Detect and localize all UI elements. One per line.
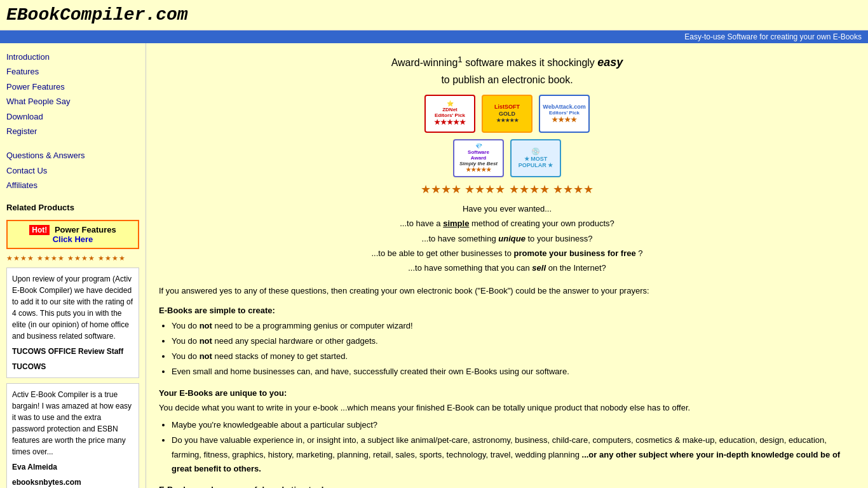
reviewer1-org: TUCOWS	[12, 361, 133, 372]
sidebar-item-contact[interactable]: Contact Us	[6, 163, 139, 178]
q4-rest: on the Internet?	[548, 263, 606, 273]
hot-click-here-link[interactable]: Click Here	[53, 234, 93, 244]
simple-bullet-2: You do not need any special hardware or …	[172, 334, 855, 348]
review-box-1: Upon review of your program (Activ E-Boo…	[6, 268, 139, 378]
unique-bullet-2: Do you have valuable experience in, or i…	[172, 433, 855, 475]
review-box-2: Activ E-Book Compiler is a true bargain!…	[6, 383, 139, 488]
sidebar-item-questions[interactable]: Questions & Answers	[6, 148, 139, 163]
q4-prefix: ...to have something that you can	[408, 263, 532, 273]
review2-body: Activ E-Book Compiler is a true bargain!…	[12, 390, 132, 456]
main-headline: Award-winning1 software makes it shockin…	[159, 53, 855, 88]
unique-bullets-list: Maybe you're knowledgeable about a parti…	[172, 418, 855, 475]
sidebar-item-download[interactable]: Download	[6, 109, 139, 124]
simple-bullets-list: You do not need to be a programming geni…	[172, 319, 855, 379]
stars-text2: ★★★★	[37, 254, 65, 262]
award-webattack: WebAttack.com Editors' Pick ★★★★	[539, 95, 590, 133]
sidebar-item-features[interactable]: Features	[6, 64, 139, 79]
award-popular: 💿 ★ MOST POPULAR ★	[510, 139, 561, 177]
stars-text: ★★★★	[6, 254, 34, 262]
sidebar-item-what-people-say[interactable]: What People Say	[6, 94, 139, 109]
headline1: Award-winning	[391, 57, 458, 68]
sidebar-item-power-features[interactable]: Power Features	[6, 79, 139, 94]
main-stars-row: ★★★★ ★★★★ ★★★★ ★★★★	[159, 182, 855, 196]
related-products-label: Related Products	[6, 203, 74, 212]
not1: not	[200, 321, 212, 330]
simple-bullet-4: Even small and home businesses can, and …	[172, 365, 855, 379]
have-you-label: Have you ever wanted...	[463, 204, 552, 214]
sidebar-item-affiliates[interactable]: Affiliates	[6, 178, 139, 193]
top-bar-text: Easy-to-use Software for creating your o…	[684, 32, 862, 41]
stars-text3: ★★★★	[67, 254, 95, 262]
q2-unique: unique	[498, 234, 526, 243]
unique-bold: ...or any other subject where your in-de…	[172, 450, 840, 473]
q1-simple: simple	[443, 219, 469, 228]
sidebar-stars: ★★★★ ★★★★ ★★★★ ★★★★	[6, 254, 139, 262]
top-bar: Easy-to-use Software for creating your o…	[0, 30, 868, 43]
q3-prefix: ...to be able to get other businesses to	[371, 248, 513, 258]
sidebar-item-introduction[interactable]: Introduction	[6, 50, 139, 64]
main-star4: ★★★★	[553, 183, 593, 196]
unique-para: You decide what you want to write in you…	[159, 402, 855, 415]
award-software: 💎 SoftwareAward Simply the Best ★★★★★	[453, 139, 504, 177]
q1-rest: method of creating your own products?	[471, 219, 614, 228]
zdnet-icon: ⭐	[447, 100, 454, 107]
q4-sell: sell	[532, 263, 546, 273]
section2-head: Your E-Books are unique to you:	[159, 388, 855, 398]
q3-free: for free	[607, 248, 636, 258]
headline2: software makes it shockingly	[465, 57, 597, 68]
main-star2: ★★★★	[465, 183, 508, 196]
awards-row-2: 💎 SoftwareAward Simply the Best ★★★★★ 💿 …	[159, 139, 855, 177]
not2: not	[200, 336, 212, 346]
unique-bullet-1: Maybe you're knowledgeable about a parti…	[172, 418, 855, 432]
simple-bullet-1: You do not need to be a programming geni…	[172, 319, 855, 333]
hot-text: Power Features	[55, 225, 116, 234]
section1-head: E-Books are simple to create:	[159, 306, 855, 315]
hot-box: Hot! Power Features Click Here	[6, 220, 139, 249]
not3: not	[200, 351, 212, 361]
intro-questions: Have you ever wanted... ...to have a sim…	[159, 201, 855, 276]
site-logo[interactable]: EBookCompiler.com	[6, 5, 188, 25]
headline3: to publish an electronic book.	[441, 74, 573, 85]
stars-text4: ★★★★	[98, 254, 126, 262]
q3-promote: promote your business	[514, 248, 606, 258]
award-listsoft: ListSOFT GOLD ★★★★★	[482, 95, 532, 133]
main-star3: ★★★★	[509, 183, 553, 196]
main-star1: ★★★★	[421, 183, 465, 196]
hot-label: Hot!	[29, 225, 50, 235]
main-content: Award-winning1 software makes it shockin…	[146, 43, 868, 488]
headline-sup: 1	[458, 55, 462, 64]
q3-end: ?	[638, 248, 642, 258]
reviewer2-org: ebooksnbytes.com	[12, 477, 133, 488]
headline-easy: easy	[597, 56, 623, 69]
answer-paragraph: If you answered yes to any of these ques…	[159, 285, 855, 297]
sidebar: Introduction Features Power Features Wha…	[0, 43, 146, 488]
q2-rest: to your business?	[528, 234, 593, 243]
section3-head: E-Books can be a powerful marketing tool…	[159, 485, 855, 488]
header: EBookCompiler.com	[0, 0, 868, 30]
sidebar-item-register[interactable]: Register	[6, 124, 139, 139]
q1-prefix: ...to have a	[400, 219, 443, 228]
q2-prefix: ...to have something	[422, 234, 499, 243]
main-layout: Introduction Features Power Features Wha…	[0, 43, 868, 488]
awards-row-1: ⭐ ZDNetEditors' Pick ★★★★★ ListSOFT GOLD…	[159, 95, 855, 133]
review1-body: Upon review of your program (Activ E-Boo…	[12, 274, 133, 341]
award-zdnet: ⭐ ZDNetEditors' Pick ★★★★★	[424, 95, 475, 133]
reviewer2-name: Eva Almeida	[12, 461, 133, 473]
simple-bullet-3: You do not need stacks of money to get s…	[172, 349, 855, 363]
reviewer1-name: TUCOWS OFFICE Review Staff	[12, 346, 133, 357]
